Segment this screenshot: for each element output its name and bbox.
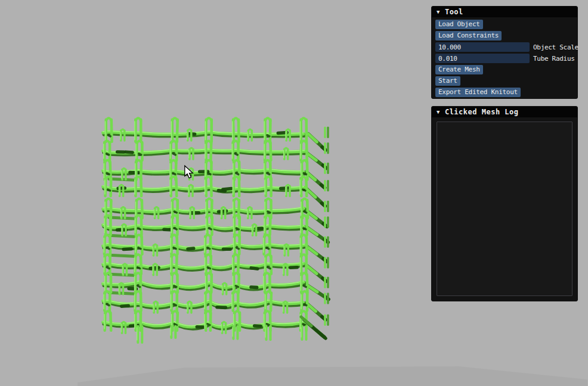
object-scale-label: Object Scale xyxy=(533,43,578,51)
tube-radius-input[interactable] xyxy=(435,54,530,63)
log-window-title: Clicked Mesh Log xyxy=(445,108,519,116)
tool-window-title: Tool xyxy=(445,8,463,16)
tool-window: ▼ Tool Load Object Load Constraints Obje… xyxy=(431,6,578,99)
log-window-titlebar[interactable]: ▼ Clicked Mesh Log xyxy=(432,107,577,117)
export-knitout-button[interactable]: Export Edited Knitout xyxy=(435,88,521,97)
app-screen: ▼ Tool Load Object Load Constraints Obje… xyxy=(0,0,588,386)
collapse-arrow-icon[interactable]: ▼ xyxy=(437,10,440,15)
tool-window-titlebar[interactable]: ▼ Tool xyxy=(432,7,577,17)
start-button[interactable]: Start xyxy=(435,76,460,86)
load-object-button[interactable]: Load Object xyxy=(435,20,483,29)
tube-radius-label: Tube Radius xyxy=(533,55,575,63)
mesh-log-list[interactable] xyxy=(437,122,572,296)
clicked-mesh-log-window: ▼ Clicked Mesh Log xyxy=(431,106,578,301)
create-mesh-button[interactable]: Create Mesh xyxy=(435,65,483,74)
collapse-arrow-icon[interactable]: ▼ xyxy=(437,110,440,115)
tool-window-body: Load Object Load Constraints Object Scal… xyxy=(432,17,577,99)
object-scale-row: Object Scale xyxy=(435,42,578,52)
load-constraints-button[interactable]: Load Constraints xyxy=(435,31,502,41)
object-scale-input[interactable] xyxy=(435,42,530,52)
tube-radius-row: Tube Radius xyxy=(435,54,575,63)
